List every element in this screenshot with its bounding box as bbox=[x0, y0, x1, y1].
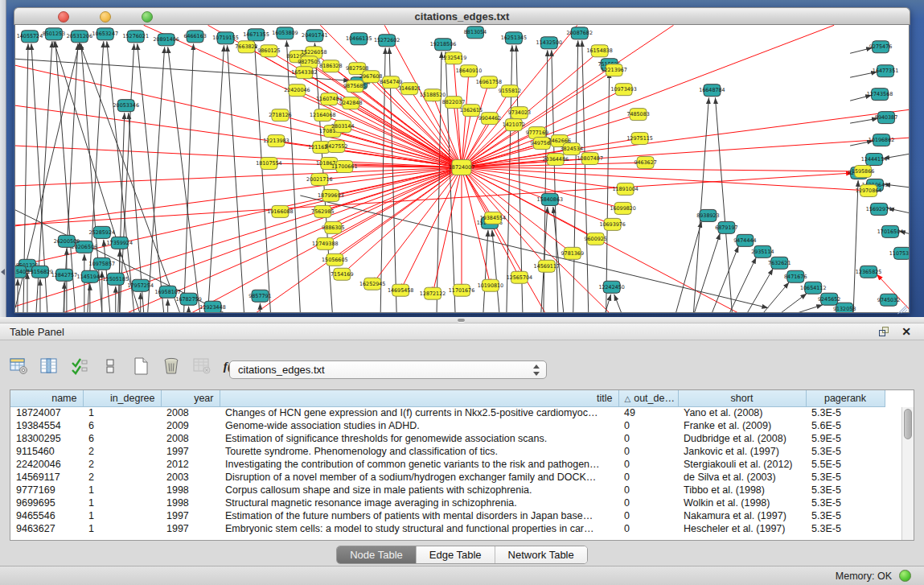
table-cell[interactable]: 5.3E-5 bbox=[806, 522, 885, 535]
graph-edge[interactable] bbox=[254, 42, 270, 312]
table-cell[interactable]: 6 bbox=[83, 419, 161, 432]
table-selector[interactable]: citations_edges.txt bbox=[229, 360, 547, 379]
float-panel-icon[interactable] bbox=[879, 327, 890, 337]
graph-edge[interactable] bbox=[853, 180, 858, 313]
graph-node[interactable]: 7562985 bbox=[311, 205, 334, 217]
table-cell[interactable]: 5.5E-5 bbox=[806, 458, 885, 471]
graph-edge[interactable] bbox=[553, 207, 564, 313]
table-cell[interactable]: de Silva et al. (2003) bbox=[678, 471, 806, 484]
table-cell[interactable]: 5.3E-5 bbox=[806, 484, 885, 496]
table-cell[interactable]: Structural magnetic resonance image aver… bbox=[220, 496, 618, 509]
scrollbar-thumb[interactable] bbox=[904, 409, 912, 439]
graph-node[interactable]: 8813054 bbox=[464, 27, 487, 39]
graph-node[interactable]: 17016504 bbox=[877, 225, 903, 237]
delete-column-icon[interactable] bbox=[161, 356, 182, 377]
table-row[interactable]: 2242004622012Investigating the contribut… bbox=[10, 458, 885, 471]
table-cell[interactable]: 5.3E-5 bbox=[806, 471, 885, 484]
table-cell[interactable]: Disruption of a novel member of a sodium… bbox=[220, 471, 618, 484]
table-row[interactable]: 1938455462009Genome-wide association stu… bbox=[10, 419, 885, 432]
graph-node[interactable]: 9745032 bbox=[877, 294, 900, 306]
graph-edge[interactable] bbox=[573, 40, 578, 312]
graph-node[interactable]: 7632621 bbox=[768, 257, 791, 269]
graph-node[interactable]: 9155812 bbox=[499, 85, 521, 97]
citation-network-graph[interactable]: 1872400714055724850125320531206106532471… bbox=[15, 25, 910, 313]
table-cell[interactable]: 1998 bbox=[161, 496, 220, 509]
graph-edge[interactable] bbox=[15, 167, 462, 186]
graph-node[interactable]: 20491741 bbox=[302, 30, 327, 42]
table-cell[interactable]: 0 bbox=[618, 471, 678, 484]
graph-node[interactable]: 3824534 bbox=[561, 143, 583, 155]
column-header-in_degree[interactable]: in_degree bbox=[83, 390, 161, 406]
table-cell[interactable]: Wolkin et al. (1998) bbox=[678, 496, 806, 509]
graph-node[interactable]: 9860125 bbox=[257, 45, 280, 57]
graph-node[interactable]: 12325419 bbox=[441, 52, 466, 64]
graph-node[interactable]: 11891004 bbox=[612, 183, 638, 195]
table-cell[interactable]: 0 bbox=[618, 484, 678, 496]
graph-node[interactable]: 9875685 bbox=[343, 80, 366, 93]
graph-edge[interactable] bbox=[325, 167, 462, 244]
table-scrollbar[interactable] bbox=[901, 407, 914, 540]
graph-node[interactable]: 10693976 bbox=[599, 218, 625, 230]
network-canvas[interactable]: 1872400714055724850125320531206106532471… bbox=[14, 25, 910, 313]
graph-edge[interactable] bbox=[850, 118, 878, 123]
tab-network-table[interactable]: Network Table bbox=[495, 546, 587, 563]
table-cell[interactable]: 1 bbox=[83, 406, 161, 419]
graph-node[interactable]: 11075331 bbox=[889, 247, 910, 259]
table-cell[interactable]: 2008 bbox=[161, 432, 220, 445]
graph-edge[interactable] bbox=[107, 41, 134, 312]
table-cell[interactable]: 1997 bbox=[161, 445, 220, 458]
graph-node[interactable]: 12749388 bbox=[312, 237, 338, 249]
table-cell[interactable]: Hescheler et al. (1997) bbox=[678, 522, 806, 535]
divider-handle-icon[interactable] bbox=[458, 319, 465, 322]
table-cell[interactable]: Estimation of significance thresholds fo… bbox=[220, 432, 618, 445]
graph-node[interactable]: 16252945 bbox=[359, 278, 385, 290]
graph-node[interactable]: 6466163 bbox=[183, 31, 206, 43]
table-cell[interactable]: 1 bbox=[83, 484, 161, 496]
graph-node[interactable]: 9904462 bbox=[478, 113, 501, 125]
graph-node[interactable]: 8186328 bbox=[319, 60, 342, 72]
graph-node[interactable]: 9474444 bbox=[733, 234, 756, 246]
close-panel-icon[interactable]: ✕ bbox=[901, 325, 911, 338]
graph-node[interactable]: 10653247 bbox=[92, 28, 118, 40]
graph-node[interactable]: 9734023 bbox=[508, 107, 531, 119]
graph-node[interactable]: 15276021 bbox=[123, 31, 149, 43]
table-cell[interactable]: 1 bbox=[83, 496, 161, 509]
graph-node[interactable]: 10807487 bbox=[577, 153, 602, 165]
graph-node[interactable]: 9242848 bbox=[339, 97, 362, 109]
graph-node[interactable]: 9781369 bbox=[561, 247, 584, 259]
graph-node[interactable]: 18640910 bbox=[456, 65, 482, 77]
graph-node[interactable]: 1595866 bbox=[852, 166, 874, 178]
graph-node[interactable]: 6879197 bbox=[715, 221, 737, 233]
graph-node[interactable]: 10190810 bbox=[478, 279, 503, 291]
graph-node[interactable]: 12872122 bbox=[420, 287, 446, 299]
graph-node[interactable]: 11701676 bbox=[449, 284, 474, 296]
graph-node[interactable]: 11432500 bbox=[536, 37, 562, 49]
table-cell[interactable]: 0 bbox=[618, 419, 678, 432]
table-cell[interactable]: 0 bbox=[618, 509, 678, 522]
graph-node[interactable]: 18107554 bbox=[256, 158, 281, 170]
table-cell[interactable]: 1998 bbox=[161, 484, 220, 496]
graph-node[interactable]: 12365825 bbox=[856, 266, 881, 278]
table-cell[interactable]: Changes of HCN gene expression and I(f) … bbox=[220, 406, 618, 419]
graph-node[interactable]: 16648784 bbox=[699, 84, 725, 97]
table-cell[interactable]: 6 bbox=[83, 432, 161, 445]
graph-node[interactable]: 10196862 bbox=[869, 134, 894, 146]
graph-node[interactable]: 12164068 bbox=[310, 109, 335, 122]
graph-node[interactable]: 16251345 bbox=[501, 32, 527, 44]
graph-node[interactable]: 16099820 bbox=[610, 202, 635, 214]
table-cell[interactable]: Embryonic stem cells: a model to study s… bbox=[220, 522, 618, 535]
graph-node[interactable]: 8940387 bbox=[875, 112, 897, 124]
column-header-pagerank[interactable]: pagerank bbox=[806, 390, 885, 406]
graph-node[interactable]: 17359924 bbox=[107, 237, 133, 249]
table-cell[interactable]: Corpus callosum shape and size in male p… bbox=[220, 484, 618, 496]
table-cell[interactable]: 5.6E-5 bbox=[806, 419, 885, 432]
graph-node[interactable]: 10719155 bbox=[212, 32, 238, 44]
graph-node[interactable]: 15272602 bbox=[374, 35, 400, 47]
table-cell[interactable]: 49 bbox=[618, 406, 678, 419]
graph-node[interactable]: 9463627 bbox=[634, 157, 656, 169]
graph-node[interactable]: 19218506 bbox=[430, 39, 456, 51]
table-row[interactable]: 1830029562008Estimation of significance … bbox=[10, 432, 885, 445]
graph-node[interactable]: 20053346 bbox=[113, 100, 139, 112]
tab-node-table[interactable]: Node Table bbox=[337, 546, 417, 563]
graph-node[interactable]: 10654112 bbox=[800, 282, 826, 294]
